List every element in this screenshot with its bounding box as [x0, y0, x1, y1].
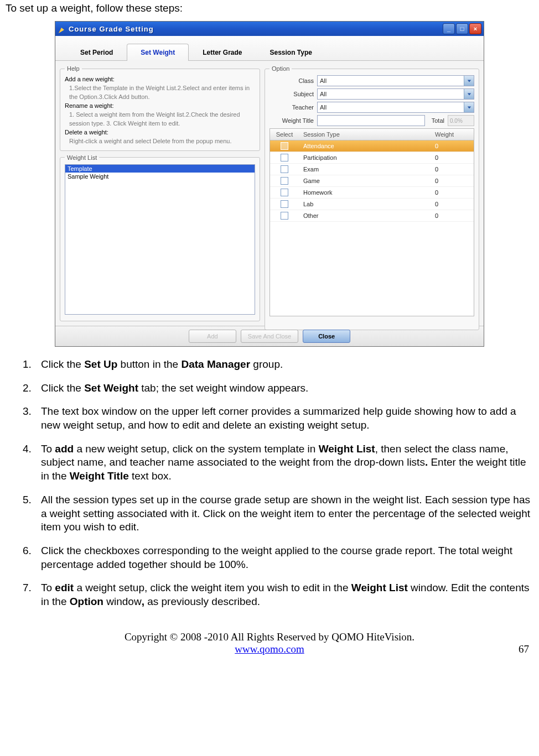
step-item: Click the Set Up button in the Data Mana…: [34, 358, 533, 372]
minimize-button[interactable]: _: [443, 23, 455, 34]
teacher-value: All: [320, 104, 326, 111]
row-checkbox[interactable]: [281, 189, 288, 196]
svg-marker-0: [59, 28, 64, 33]
step-item: To add a new weight setup, click on the …: [34, 442, 533, 483]
row-type: Lab: [299, 201, 435, 207]
grid-row[interactable]: Exam0: [270, 164, 474, 175]
help-group: Help Add a new weight:1.Select the Templ…: [60, 65, 260, 151]
row-type: Attendance: [299, 143, 435, 149]
screenshot: Course Grade Setting _ □ × Set PeriodSet…: [55, 21, 484, 347]
subject-label: Subject: [270, 91, 314, 97]
chevron-down-icon: [464, 102, 474, 112]
row-weight: 0: [435, 212, 474, 219]
tab-letter-grade[interactable]: Letter Grade: [189, 44, 256, 61]
row-checkbox[interactable]: [281, 200, 288, 208]
intro-text: To set up a weight, follow these steps:: [6, 2, 533, 14]
row-checkbox[interactable]: [281, 177, 288, 185]
subject-value: All: [320, 91, 326, 97]
row-type: Homework: [299, 189, 435, 196]
total-label: Total: [432, 117, 444, 124]
tab-session-type[interactable]: Session Type: [256, 44, 326, 61]
instruction-list: Click the Set Up button in the Data Mana…: [6, 358, 533, 609]
weight-list-group: Weight List TemplateSample Weight: [60, 154, 260, 322]
col-select-header: Select: [270, 131, 299, 138]
row-type: Game: [299, 178, 435, 184]
step-item: To edit a weight setup, click the weight…: [34, 581, 533, 608]
row-checkbox[interactable]: [281, 212, 288, 220]
help-title: Add a new weight:: [65, 75, 255, 84]
window-title: Course Grade Setting: [69, 25, 154, 33]
row-checkbox[interactable]: [281, 154, 288, 161]
class-label: Class: [270, 77, 314, 84]
help-text: 1.Select the Template in the Weight List…: [65, 84, 255, 102]
close-button[interactable]: ×: [469, 23, 481, 34]
weight-list-legend: Weight List: [65, 154, 99, 161]
app-icon: [58, 25, 65, 33]
help-text: 1. Select a weight item from the Weight …: [65, 111, 255, 128]
option-legend: Option: [270, 65, 292, 72]
step-item: All the session types set up in the cour…: [34, 493, 533, 534]
help-title: Rename a weight:: [65, 102, 255, 111]
weight-list-item[interactable]: Sample Weight: [65, 173, 255, 180]
grid-row[interactable]: Participation0: [270, 152, 474, 164]
row-checkbox[interactable]: [281, 165, 288, 173]
row-type: Participation: [299, 154, 435, 161]
help-text: Right-click a weight and select Delete f…: [65, 137, 255, 146]
help-legend: Help: [65, 65, 82, 72]
grid-row[interactable]: Lab0: [270, 199, 474, 210]
step-item: Click the Set Weight tab; the set weight…: [34, 382, 533, 395]
grid-row[interactable]: Homework0: [270, 187, 474, 199]
close-dialog-button[interactable]: Close: [303, 330, 350, 343]
teacher-label: Teacher: [270, 104, 314, 111]
subject-dropdown[interactable]: All: [317, 88, 474, 100]
row-weight: 0: [435, 154, 474, 161]
help-title: Delete a weight:: [65, 128, 255, 137]
tab-set-weight[interactable]: Set Weight: [127, 44, 189, 61]
row-type: Exam: [299, 166, 435, 173]
row-weight: 0: [435, 143, 474, 149]
row-type: Other: [299, 212, 435, 219]
row-checkbox[interactable]: [281, 142, 288, 150]
add-button[interactable]: Add: [189, 330, 236, 343]
step-item: The text box window on the upper left co…: [34, 405, 533, 432]
grid-row[interactable]: Game0: [270, 175, 474, 187]
grid-row[interactable]: Other0: [270, 210, 474, 222]
footer-url[interactable]: www.qomo.com: [235, 643, 304, 655]
row-weight: 0: [435, 201, 474, 207]
chevron-down-icon: [464, 76, 474, 86]
total-value: 0.0%: [448, 115, 474, 126]
step-item: Click the checkboxes corresponding to th…: [34, 544, 533, 571]
copyright-text: Copyright © 2008 -2010 All Rights Reserv…: [6, 631, 533, 643]
tabs-bar: Set PeriodSet WeightLetter GradeSession …: [55, 36, 484, 61]
weight-list-box[interactable]: TemplateSample Weight: [65, 164, 255, 315]
chevron-down-icon: [464, 89, 474, 99]
grid-row[interactable]: Attendance0: [270, 140, 474, 152]
row-weight: 0: [435, 178, 474, 184]
col-type-header: Session Type: [299, 131, 435, 138]
option-group: Option Class All Subject All: [265, 65, 479, 330]
window-titlebar: Course Grade Setting _ □ ×: [55, 22, 484, 36]
svg-marker-3: [467, 93, 470, 95]
save-and-close-button[interactable]: Save And Close: [241, 330, 298, 343]
svg-marker-2: [467, 80, 470, 82]
weight-title-input[interactable]: [317, 115, 425, 126]
col-weight-header: Weight: [435, 131, 474, 138]
session-grid: Select Session Type Weight Attendance0Pa…: [270, 128, 474, 316]
class-value: All: [320, 77, 326, 84]
teacher-dropdown[interactable]: All: [317, 102, 474, 113]
row-weight: 0: [435, 166, 474, 173]
svg-marker-4: [467, 106, 470, 108]
class-dropdown[interactable]: All: [317, 75, 474, 86]
tab-set-period[interactable]: Set Period: [66, 44, 127, 61]
weight-title-label: Weight Title: [270, 117, 314, 124]
maximize-button[interactable]: □: [456, 23, 468, 34]
row-weight: 0: [435, 189, 474, 196]
weight-list-item[interactable]: Template: [65, 165, 255, 173]
